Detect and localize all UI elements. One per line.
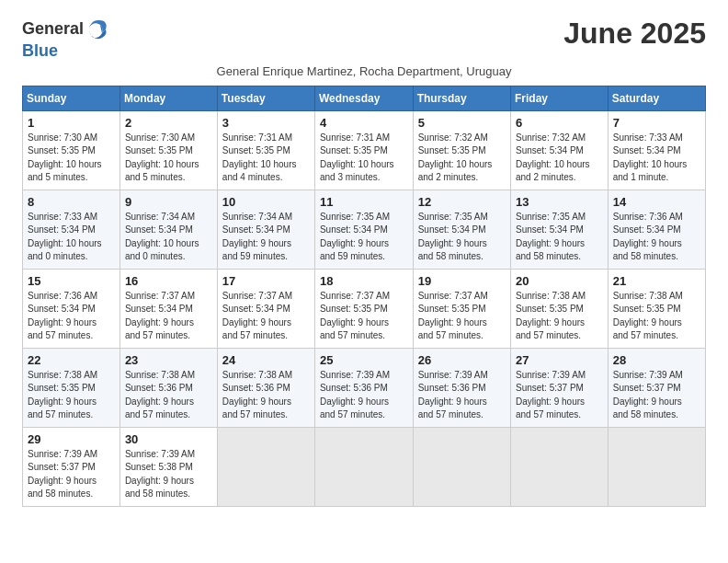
day-number: 5 (418, 116, 506, 130)
day-detail: Sunrise: 7:33 AMSunset: 5:34 PMDaylight:… (28, 211, 116, 264)
day-number: 1 (28, 116, 116, 130)
calendar-cell: 13Sunrise: 7:35 AMSunset: 5:34 PMDayligh… (510, 190, 608, 269)
day-detail: Sunrise: 7:39 AMSunset: 5:36 PMDaylight:… (320, 369, 409, 422)
weekday-header-row: SundayMondayTuesdayWednesdayThursdayFrid… (23, 86, 706, 110)
calendar-cell (217, 427, 314, 506)
day-number: 25 (320, 353, 409, 367)
day-detail: Sunrise: 7:30 AMSunset: 5:35 PMDaylight:… (125, 132, 213, 185)
calendar-cell: 4Sunrise: 7:31 AMSunset: 5:35 PMDaylight… (314, 110, 413, 190)
calendar-cell (413, 427, 510, 506)
day-detail: Sunrise: 7:37 AMSunset: 5:35 PMDaylight:… (320, 290, 409, 343)
day-number: 19 (418, 274, 506, 288)
day-detail: Sunrise: 7:36 AMSunset: 5:34 PMDaylight:… (613, 211, 701, 264)
day-detail: Sunrise: 7:37 AMSunset: 5:34 PMDaylight:… (125, 290, 213, 343)
day-detail: Sunrise: 7:38 AMSunset: 5:35 PMDaylight:… (613, 290, 701, 343)
calendar-cell (314, 427, 413, 506)
calendar-cell: 5Sunrise: 7:32 AMSunset: 5:35 PMDaylight… (413, 110, 510, 190)
day-detail: Sunrise: 7:39 AMSunset: 5:37 PMDaylight:… (613, 369, 701, 422)
calendar-cell: 19Sunrise: 7:37 AMSunset: 5:35 PMDayligh… (413, 269, 510, 348)
day-detail: Sunrise: 7:32 AMSunset: 5:34 PMDaylight:… (516, 132, 604, 185)
calendar-cell: 12Sunrise: 7:35 AMSunset: 5:34 PMDayligh… (413, 190, 510, 269)
week-row-5: 29Sunrise: 7:39 AMSunset: 5:37 PMDayligh… (23, 427, 706, 506)
calendar-cell (608, 427, 705, 506)
calendar-cell: 29Sunrise: 7:39 AMSunset: 5:37 PMDayligh… (23, 427, 120, 506)
day-number: 4 (320, 116, 409, 130)
day-number: 23 (125, 353, 213, 367)
day-number: 10 (222, 195, 311, 209)
week-row-3: 15Sunrise: 7:36 AMSunset: 5:34 PMDayligh… (23, 269, 706, 348)
day-number: 17 (222, 274, 311, 288)
calendar-cell: 28Sunrise: 7:39 AMSunset: 5:37 PMDayligh… (608, 348, 705, 427)
weekday-header-wednesday: Wednesday (314, 86, 413, 110)
day-detail: Sunrise: 7:38 AMSunset: 5:35 PMDaylight:… (516, 290, 604, 343)
weekday-header-monday: Monday (119, 86, 217, 110)
day-number: 20 (516, 274, 604, 288)
logo: General Blue (22, 17, 111, 61)
day-detail: Sunrise: 7:31 AMSunset: 5:35 PMDaylight:… (320, 132, 409, 185)
weekday-header-saturday: Saturday (608, 86, 705, 110)
day-number: 16 (125, 274, 213, 288)
day-detail: Sunrise: 7:37 AMSunset: 5:35 PMDaylight:… (418, 290, 506, 343)
page-subtitle: General Enrique Martinez, Rocha Departme… (22, 64, 706, 78)
day-number: 2 (125, 116, 213, 130)
day-detail: Sunrise: 7:35 AMSunset: 5:34 PMDaylight:… (516, 211, 604, 264)
calendar-cell: 16Sunrise: 7:37 AMSunset: 5:34 PMDayligh… (119, 269, 217, 348)
day-detail: Sunrise: 7:38 AMSunset: 5:36 PMDaylight:… (222, 369, 311, 422)
day-number: 30 (125, 432, 213, 446)
calendar-cell: 15Sunrise: 7:36 AMSunset: 5:34 PMDayligh… (23, 269, 120, 348)
day-number: 12 (418, 195, 506, 209)
day-detail: Sunrise: 7:37 AMSunset: 5:34 PMDaylight:… (222, 290, 311, 343)
month-title: June 2025 (563, 17, 706, 51)
day-detail: Sunrise: 7:38 AMSunset: 5:36 PMDaylight:… (125, 369, 213, 422)
calendar-cell: 26Sunrise: 7:39 AMSunset: 5:36 PMDayligh… (413, 348, 510, 427)
day-number: 8 (28, 195, 116, 209)
calendar-cell: 11Sunrise: 7:35 AMSunset: 5:34 PMDayligh… (314, 190, 413, 269)
week-row-4: 22Sunrise: 7:38 AMSunset: 5:35 PMDayligh… (23, 348, 706, 427)
page-header: General Blue June 2025 (22, 17, 706, 61)
day-detail: Sunrise: 7:35 AMSunset: 5:34 PMDaylight:… (418, 211, 506, 264)
calendar-cell: 27Sunrise: 7:39 AMSunset: 5:37 PMDayligh… (510, 348, 608, 427)
calendar-cell: 30Sunrise: 7:39 AMSunset: 5:38 PMDayligh… (119, 427, 217, 506)
logo-text-blue: Blue (22, 41, 58, 60)
day-detail: Sunrise: 7:34 AMSunset: 5:34 PMDaylight:… (222, 211, 311, 264)
calendar-cell (510, 427, 608, 506)
day-number: 7 (613, 116, 701, 130)
day-number: 18 (320, 274, 409, 288)
day-number: 28 (613, 353, 701, 367)
calendar-cell: 24Sunrise: 7:38 AMSunset: 5:36 PMDayligh… (217, 348, 314, 427)
day-number: 24 (222, 353, 311, 367)
day-detail: Sunrise: 7:35 AMSunset: 5:34 PMDaylight:… (320, 211, 409, 264)
week-row-1: 1Sunrise: 7:30 AMSunset: 5:35 PMDaylight… (23, 110, 706, 190)
day-number: 13 (516, 195, 604, 209)
day-detail: Sunrise: 7:36 AMSunset: 5:34 PMDaylight:… (28, 290, 116, 343)
calendar-table: SundayMondayTuesdayWednesdayThursdayFrid… (22, 86, 706, 507)
calendar-cell: 7Sunrise: 7:33 AMSunset: 5:34 PMDaylight… (608, 110, 705, 190)
day-detail: Sunrise: 7:31 AMSunset: 5:35 PMDaylight:… (222, 132, 311, 185)
calendar-cell: 17Sunrise: 7:37 AMSunset: 5:34 PMDayligh… (217, 269, 314, 348)
calendar-cell: 2Sunrise: 7:30 AMSunset: 5:35 PMDaylight… (119, 110, 217, 190)
calendar-cell: 3Sunrise: 7:31 AMSunset: 5:35 PMDaylight… (217, 110, 314, 190)
calendar-cell: 8Sunrise: 7:33 AMSunset: 5:34 PMDaylight… (23, 190, 120, 269)
day-number: 21 (613, 274, 701, 288)
day-detail: Sunrise: 7:39 AMSunset: 5:36 PMDaylight:… (418, 369, 506, 422)
weekday-header-sunday: Sunday (23, 86, 120, 110)
calendar-cell: 1Sunrise: 7:30 AMSunset: 5:35 PMDaylight… (23, 110, 120, 190)
day-number: 29 (28, 432, 116, 446)
day-detail: Sunrise: 7:30 AMSunset: 5:35 PMDaylight:… (28, 132, 116, 185)
day-number: 26 (418, 353, 506, 367)
day-detail: Sunrise: 7:39 AMSunset: 5:37 PMDaylight:… (516, 369, 604, 422)
day-detail: Sunrise: 7:33 AMSunset: 5:34 PMDaylight:… (613, 132, 701, 185)
weekday-header-tuesday: Tuesday (217, 86, 314, 110)
day-number: 3 (222, 116, 311, 130)
day-number: 27 (516, 353, 604, 367)
logo-icon (85, 17, 111, 42)
day-number: 14 (613, 195, 701, 209)
calendar-cell: 20Sunrise: 7:38 AMSunset: 5:35 PMDayligh… (510, 269, 608, 348)
day-number: 22 (28, 353, 116, 367)
weekday-header-friday: Friday (510, 86, 608, 110)
calendar-cell: 10Sunrise: 7:34 AMSunset: 5:34 PMDayligh… (217, 190, 314, 269)
logo-text-general: General (22, 20, 84, 39)
calendar-cell: 9Sunrise: 7:34 AMSunset: 5:34 PMDaylight… (119, 190, 217, 269)
weekday-header-thursday: Thursday (413, 86, 510, 110)
day-detail: Sunrise: 7:39 AMSunset: 5:38 PMDaylight:… (125, 448, 213, 501)
